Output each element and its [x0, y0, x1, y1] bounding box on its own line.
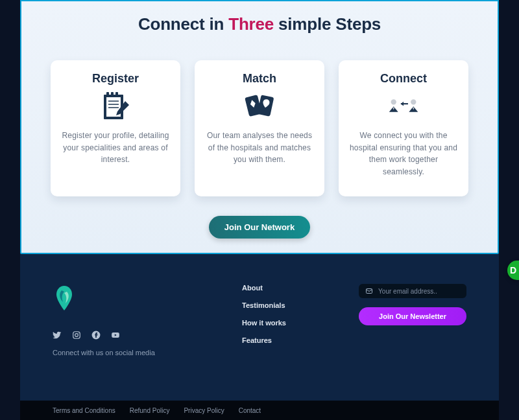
svg-rect-4	[115, 92, 118, 97]
steps-heading-pre: Connect in	[138, 14, 228, 34]
steps-heading-accent: Three	[228, 14, 274, 34]
page-root: Ste Connect in Three simple Steps Regist…	[0, 0, 519, 420]
svg-point-11	[411, 99, 416, 104]
social-tagline: Connect with us on social media	[53, 349, 177, 356]
logo-icon	[53, 284, 76, 312]
svg-point-10	[391, 99, 396, 104]
footer-nav-about[interactable]: About	[242, 284, 320, 292]
connect-icon	[387, 92, 420, 122]
footer-nav-how-it-works[interactable]: How it works	[242, 319, 320, 327]
email-field-wrap[interactable]	[359, 284, 466, 298]
step-card-desc: We connect you with the hospital ensurin…	[349, 130, 458, 178]
step-card-desc: Our team analyses the needs of the hospi…	[205, 130, 314, 166]
steps-cards-row: Register Register your profile, det	[21, 60, 498, 196]
legal-terms[interactable]: Terms and Conditions	[53, 407, 115, 414]
legal-bar: Terms and Conditions Refund Policy Priva…	[20, 401, 499, 420]
footer-nav: About Testimonials How it works Features	[242, 284, 320, 356]
mail-icon	[365, 287, 373, 295]
steps-panel: Connect in Three simple Steps Register	[20, 0, 499, 254]
footer-subscribe-column: Join Our Newsletter	[359, 284, 466, 356]
step-card-title: Match	[243, 72, 276, 86]
facebook-icon[interactable]	[91, 331, 101, 340]
step-card-register: Register Register your profile, det	[51, 60, 180, 196]
svg-point-14	[75, 334, 78, 337]
steps-heading-post: simple Steps	[274, 14, 381, 34]
svg-rect-3	[111, 92, 114, 97]
step-card-desc: Register your profile, detailing your sp…	[61, 130, 170, 166]
twitter-icon[interactable]	[53, 331, 62, 340]
site-footer: Connect with us on social media About Te…	[20, 254, 499, 401]
svg-rect-2	[106, 92, 109, 97]
footer-nav-features[interactable]: Features	[242, 336, 320, 344]
step-card-title: Register	[92, 72, 139, 86]
legal-refund[interactable]: Refund Policy	[130, 407, 170, 414]
footer-brand-column: Connect with us on social media	[53, 284, 177, 356]
social-row	[53, 331, 177, 340]
steps-heading: Connect in Three simple Steps	[21, 14, 498, 34]
register-icon	[99, 92, 132, 122]
legal-contact[interactable]: Contact	[239, 407, 261, 414]
legal-privacy[interactable]: Privacy Policy	[184, 407, 224, 414]
join-newsletter-button[interactable]: Join Our Newsletter	[359, 307, 466, 325]
step-card-connect: Connect W	[339, 60, 468, 196]
youtube-icon[interactable]	[111, 331, 120, 340]
step-card-match: Match Our team analyses the needs of the	[195, 60, 324, 196]
floating-badge-letter: D	[510, 265, 516, 275]
svg-rect-13	[73, 332, 80, 339]
match-icon	[243, 92, 276, 122]
join-network-button[interactable]: Join Our Network	[209, 216, 310, 239]
floating-badge[interactable]: D	[507, 261, 519, 280]
footer-columns: Connect with us on social media About Te…	[53, 284, 466, 356]
footer-nav-testimonials[interactable]: Testimonials	[242, 301, 320, 309]
svg-point-15	[78, 332, 79, 333]
email-input[interactable]	[378, 288, 460, 295]
instagram-icon[interactable]	[72, 331, 81, 340]
step-card-title: Connect	[380, 72, 427, 86]
